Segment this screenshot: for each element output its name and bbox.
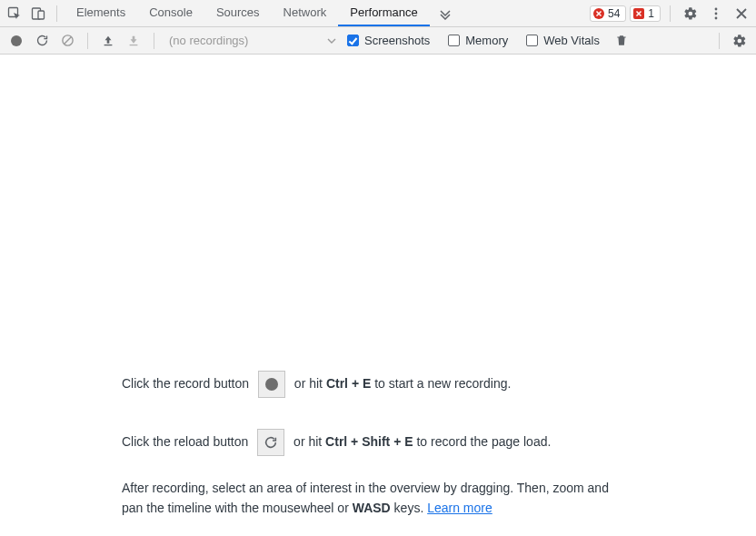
tab-sources[interactable]: Sources	[204, 0, 272, 26]
divider	[670, 5, 671, 22]
divider	[719, 33, 720, 49]
recordings-select[interactable]: (no recordings)	[164, 34, 336, 47]
reload-icon	[257, 429, 284, 456]
checkbox-icon	[526, 35, 538, 46]
checkbox-icon	[448, 35, 460, 46]
svg-point-6	[715, 12, 718, 15]
svg-point-8	[11, 35, 22, 46]
issues-count: 1	[648, 7, 654, 20]
upload-profile-button[interactable]	[97, 30, 119, 52]
garbage-collect-button[interactable]	[611, 30, 632, 52]
more-tabs-icon[interactable]	[430, 0, 461, 26]
tab-performance[interactable]: Performance	[338, 0, 429, 26]
device-toolbar-icon[interactable]	[27, 3, 49, 25]
capture-settings-icon[interactable]	[729, 30, 751, 52]
divider	[154, 33, 154, 49]
record-button[interactable]	[5, 30, 27, 52]
errors-badge[interactable]: 54	[590, 5, 626, 22]
divider	[56, 5, 57, 22]
help-line-after: After recording, select an area of inter…	[122, 478, 631, 519]
webvitals-checkbox[interactable]: Web Vitals	[526, 34, 600, 47]
more-menu-icon[interactable]	[705, 3, 727, 25]
learn-more-link[interactable]: Learn more	[427, 501, 492, 515]
help-line-reload: Click the reload button or hit Ctrl + Sh…	[122, 429, 631, 456]
webvitals-label: Web Vitals	[543, 34, 600, 47]
close-icon[interactable]	[731, 3, 752, 25]
download-profile-button	[123, 30, 144, 52]
checkbox-icon	[347, 35, 359, 46]
tab-elements[interactable]: Elements	[65, 0, 137, 26]
svg-point-7	[715, 16, 718, 19]
error-icon	[593, 8, 604, 19]
settings-icon[interactable]	[680, 3, 701, 25]
issue-icon	[633, 8, 644, 19]
issues-badge[interactable]: 1	[630, 5, 661, 22]
recordings-placeholder: (no recordings)	[169, 34, 248, 47]
reload-record-button[interactable]	[31, 30, 53, 52]
tab-network[interactable]: Network	[272, 0, 339, 26]
errors-count: 54	[608, 7, 620, 20]
chevron-down-icon	[327, 36, 336, 45]
svg-rect-10	[104, 44, 113, 45]
inspect-element-icon[interactable]	[4, 3, 25, 25]
screenshots-label: Screenshots	[364, 34, 430, 47]
screenshots-checkbox[interactable]: Screenshots	[347, 34, 430, 47]
memory-checkbox[interactable]: Memory	[448, 34, 508, 47]
svg-rect-11	[130, 44, 138, 45]
divider	[87, 33, 88, 49]
memory-label: Memory	[465, 34, 508, 47]
tab-console[interactable]: Console	[137, 0, 204, 26]
help-line-record: Click the record button or hit Ctrl + E …	[122, 371, 631, 398]
svg-rect-2	[38, 11, 45, 19]
performance-empty-state: Click the record button or hit Ctrl + E …	[0, 55, 756, 536]
record-icon	[258, 371, 285, 398]
svg-point-5	[715, 7, 718, 10]
clear-button[interactable]	[56, 30, 78, 52]
